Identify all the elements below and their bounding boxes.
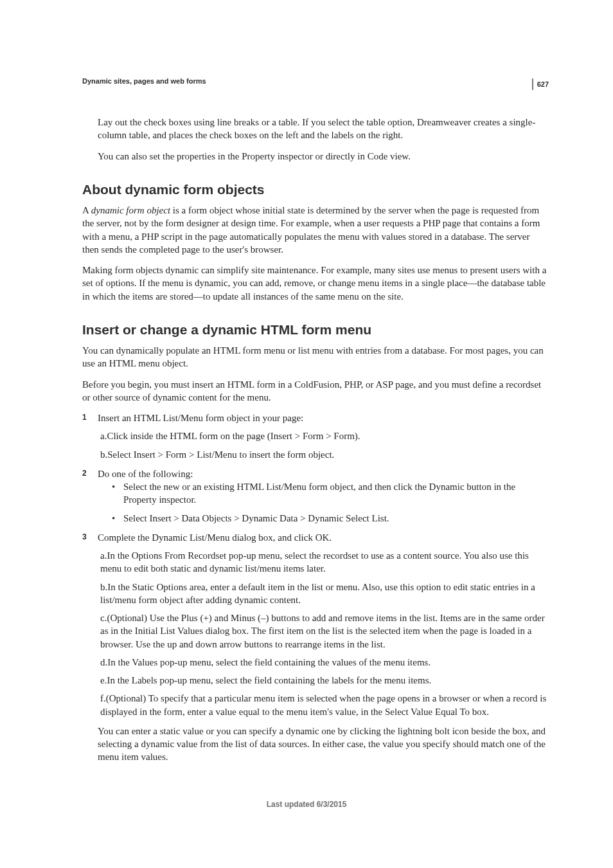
step-3-sub-c: c.(Optional) Use the Plus (+) and Minus … bbox=[98, 611, 549, 651]
section2-para-1: You can dynamically populate an HTML for… bbox=[82, 344, 549, 370]
footer-last-updated: Last updated 6/3/2015 bbox=[0, 800, 613, 809]
step-3-tail: You can enter a static value or you can … bbox=[98, 725, 549, 764]
step-3-sub-e: e.In the Labels pop-up menu, select the … bbox=[98, 674, 549, 687]
step-text: Complete the Dynamic List/Menu dialog bo… bbox=[98, 532, 332, 543]
step-3: 3 Complete the Dynamic List/Menu dialog … bbox=[82, 531, 549, 764]
step-number: 1 bbox=[82, 412, 87, 422]
step-1-sub-b: b.Select Insert > Form > List/Menu to in… bbox=[98, 448, 549, 461]
text-prefix: A bbox=[82, 205, 91, 215]
heading-insert-or-change: Insert or change a dynamic HTML form men… bbox=[82, 321, 549, 339]
step-3-sub-b: b.In the Static Options area, enter a de… bbox=[98, 581, 549, 607]
page: 627 Dynamic sites, pages and web forms L… bbox=[0, 0, 613, 868]
page-number-wrap: 627 bbox=[532, 78, 549, 90]
page-number: 627 bbox=[537, 80, 549, 88]
content: Lay out the check boxes using line break… bbox=[82, 116, 549, 764]
step-1: 1 Insert an HTML List/Menu form object i… bbox=[82, 411, 549, 461]
ordered-steps: 1 Insert an HTML List/Menu form object i… bbox=[82, 411, 549, 764]
heading-about-dynamic-form-objects: About dynamic form objects bbox=[82, 181, 549, 199]
text-em: dynamic form object bbox=[91, 205, 170, 215]
step-1-sub-a: a.Click inside the HTML form on the page… bbox=[98, 429, 549, 442]
step-2-bullets: Select the new or an existing HTML List/… bbox=[112, 480, 549, 525]
bullet-item: Select the new or an existing HTML List/… bbox=[112, 480, 549, 507]
intro-para-1: Lay out the check boxes using line break… bbox=[98, 116, 549, 142]
step-text: Do one of the following: bbox=[98, 469, 193, 479]
step-3-sub-f: f.(Optional) To specify that a particula… bbox=[98, 692, 549, 718]
step-2: 2 Do one of the following: Select the ne… bbox=[82, 467, 549, 525]
step-number: 2 bbox=[82, 468, 87, 478]
step-3-sub-a: a.In the Options From Recordset pop-up m… bbox=[98, 549, 549, 575]
running-header: Dynamic sites, pages and web forms bbox=[82, 77, 549, 85]
step-3-sub-d: d.In the Values pop-up menu, select the … bbox=[98, 656, 549, 669]
step-text: Insert an HTML List/Menu form object in … bbox=[98, 413, 303, 423]
bullet-item: Select Insert > Data Objects > Dynamic D… bbox=[112, 512, 549, 525]
step-number: 3 bbox=[82, 532, 87, 542]
section2-para-2: Before you begin, you must insert an HTM… bbox=[82, 378, 549, 404]
section1-para-2: Making form objects dynamic can simplify… bbox=[82, 264, 549, 303]
intro-para-2: You can also set the properties in the P… bbox=[98, 150, 549, 163]
section1-para-1: A dynamic form object is a form object w… bbox=[82, 204, 549, 256]
page-number-rule bbox=[532, 78, 533, 90]
